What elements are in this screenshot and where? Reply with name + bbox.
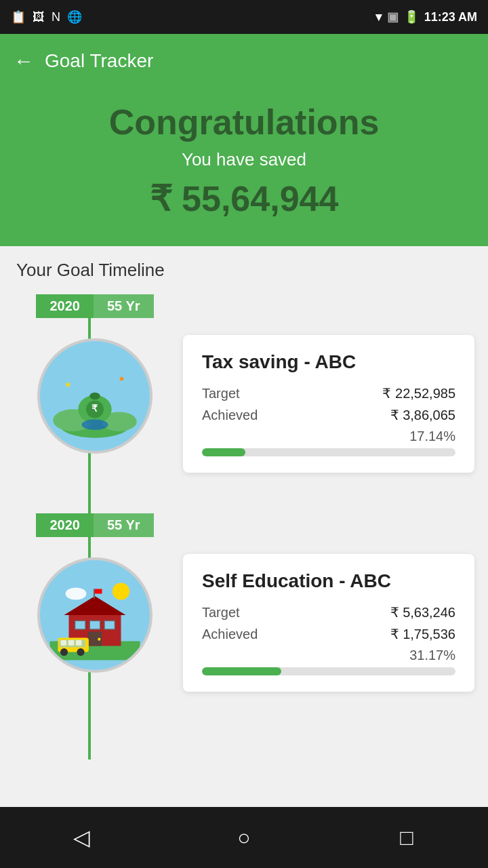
svg-point-28 [77,648,84,656]
svg-rect-30 [68,640,74,646]
svg-rect-20 [75,620,85,629]
svg-point-13 [113,583,129,599]
nav-back-button[interactable]: ◁ [61,817,102,858]
goal-achieved-label-1: Achieved [202,408,258,423]
goal-target-row-1: Target ₹ 22,52,985 [202,385,455,401]
svg-text:₹: ₹ [92,403,98,414]
timeline-item-2: 2020 55 Yr [0,513,488,692]
year-badge-2: 2020 [36,513,94,537]
svg-rect-29 [61,640,66,646]
svg-text:◆: ◆ [119,375,124,382]
bottom-nav: ◁ ○ □ [0,807,488,868]
timeline-section: Your Goal Timeline 2020 55 Yr [0,246,488,773]
goal-card-2: Self Education - ABC Target ₹ 5,63,246 A… [183,554,474,692]
progress-bar-fill-2 [202,667,281,675]
signal-icon: ▣ [387,9,399,24]
goal-target-label-2: Target [202,605,240,620]
goal-achieved-value-2: ₹ 1,75,536 [390,626,455,642]
money-bag-icon-circle: ★ ◆ ₹ [37,338,152,454]
goal-target-label-1: Target [202,386,240,401]
svg-point-11 [82,419,108,430]
timeline-labels-1: 2020 55 Yr [36,294,153,318]
status-bar: 📋 🖼 N 🌐 ▾ ▣ 🔋 11:23 AM [0,0,488,34]
school-icon-circle [37,557,152,673]
goal-card-title-2: Self Education - ABC [202,570,455,592]
progress-bar-fill-1 [202,448,245,456]
app-icon-2: 🖼 [33,10,45,24]
status-bar-left: 📋 🖼 N 🌐 [11,9,82,24]
goal-target-value-1: ₹ 22,52,985 [382,385,455,401]
timeline-left-1: 2020 55 Yr ★ ◆ [14,294,176,454]
goal-achieved-value-1: ₹ 3,86,065 [390,407,455,423]
back-button[interactable]: ← [14,50,34,73]
progress-bar-bg-1 [202,448,455,456]
goal-percent-2: 31.17% [202,648,455,663]
svg-rect-18 [94,589,95,599]
age-badge-2: 55 Yr [94,513,154,537]
svg-point-27 [60,648,68,656]
app-icon-3: N [52,10,60,24]
goal-target-value-2: ₹ 5,63,246 [390,604,455,620]
svg-rect-21 [89,620,100,629]
goal-target-row-2: Target ₹ 5,63,246 [202,604,455,620]
battery-icon: 🔋 [404,9,419,24]
status-bar-right: ▾ ▣ 🔋 11:23 AM [375,9,477,24]
svg-point-24 [98,638,100,641]
goal-card-title-1: Tax saving - ABC [202,351,455,373]
age-badge-1: 55 Yr [94,294,154,318]
svg-rect-22 [104,620,115,629]
you-have-saved-label: You have saved [0,149,488,170]
app-bar: ← Goal Tracker [0,34,488,88]
saved-amount: ₹ 55,64,944 [0,178,488,219]
wifi-icon: ▾ [375,9,382,24]
app-icon-1: 📋 [11,9,26,24]
goal-percent-1: 17.14% [202,429,455,444]
goal-achieved-row-2: Achieved ₹ 1,75,536 [202,626,455,642]
goal-achieved-row-1: Achieved ₹ 3,86,065 [202,407,455,423]
timeline-left-2: 2020 55 Yr [14,513,176,673]
school-svg [47,568,142,663]
timeline-item: 2020 55 Yr ★ ◆ [0,294,488,473]
nav-home-button[interactable]: ○ [224,817,264,858]
svg-rect-19 [95,589,102,594]
timeline: 2020 55 Yr ★ ◆ [0,294,488,760]
progress-bar-bg-2 [202,667,455,675]
nav-recent-button[interactable]: □ [386,817,427,858]
hero-section: Congratulations You have saved ₹ 55,64,9… [0,88,488,246]
svg-point-14 [66,587,87,599]
svg-text:★: ★ [64,380,72,389]
money-bag-svg: ★ ◆ ₹ [51,352,139,440]
svg-point-8 [89,393,100,399]
app-icon-4: 🌐 [67,9,82,24]
congrats-title: Congratulations [0,102,488,142]
goal-card-1: Tax saving - ABC Target ₹ 22,52,985 Achi… [183,335,474,473]
timeline-heading: Your Goal Timeline [0,260,488,294]
app-bar-title: Goal Tracker [45,50,153,72]
time-display: 11:23 AM [424,10,477,24]
goal-achieved-label-2: Achieved [202,627,258,642]
svg-rect-31 [76,640,81,646]
year-badge-1: 2020 [36,294,94,318]
timeline-labels-2: 2020 55 Yr [36,513,153,537]
